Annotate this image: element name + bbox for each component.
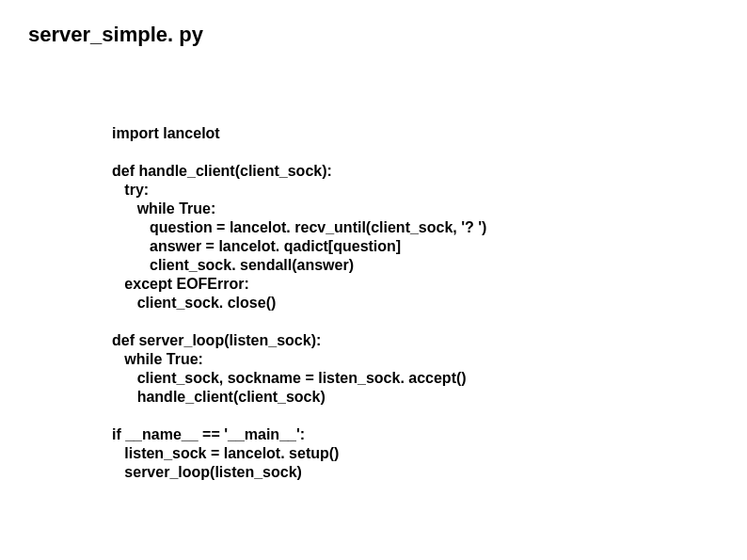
page-title: server_simple. py — [28, 23, 203, 47]
code-block: import lancelot def handle_client(client… — [112, 124, 486, 482]
slide-page: server_simple. py import lancelot def ha… — [0, 0, 747, 560]
